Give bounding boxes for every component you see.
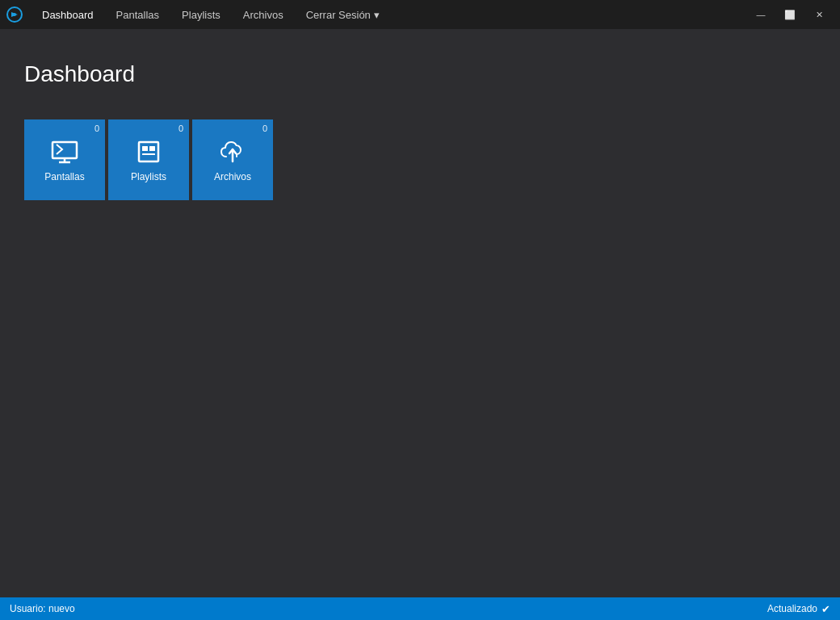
svg-rect-2 xyxy=(52,142,77,158)
dashboard-tiles: 0 Pantallas 0 Playlists 0 xyxy=(24,119,816,200)
updated-text: Actualizado xyxy=(767,603,817,614)
nav-archivos[interactable]: Archivos xyxy=(232,0,295,29)
svg-rect-7 xyxy=(149,146,155,151)
restore-button[interactable]: ⬜ xyxy=(775,0,804,29)
statusbar: Usuario: nuevo Actualizado ✔ xyxy=(0,597,840,620)
cloud-upload-icon xyxy=(218,137,247,166)
pantallas-count: 0 xyxy=(94,124,99,133)
svg-rect-6 xyxy=(142,146,148,151)
main-content: Dashboard 0 Pantallas 0 Playlists xyxy=(0,29,840,597)
page-title: Dashboard xyxy=(24,61,816,87)
app-logo xyxy=(6,6,23,23)
check-icon: ✔ xyxy=(821,603,830,615)
archivos-label: Archivos xyxy=(214,171,251,182)
nav-pantallas[interactable]: Pantallas xyxy=(105,0,170,29)
nav-cerrar-sesion[interactable]: Cerrar Sesión ▾ xyxy=(295,0,391,29)
playlists-count: 0 xyxy=(178,124,183,133)
nav-playlists[interactable]: Playlists xyxy=(170,0,232,29)
main-nav: Dashboard Pantallas Playlists Archivos C… xyxy=(31,0,746,29)
tile-playlists[interactable]: 0 Playlists xyxy=(108,119,189,200)
update-status: Actualizado ✔ xyxy=(767,603,830,615)
chevron-down-icon: ▾ xyxy=(374,9,380,21)
window-controls: — ⬜ ✕ xyxy=(746,0,834,29)
minimize-button[interactable]: — xyxy=(746,0,775,29)
archivos-count: 0 xyxy=(262,124,267,133)
titlebar: Dashboard Pantallas Playlists Archivos C… xyxy=(0,0,840,29)
svg-rect-8 xyxy=(142,153,155,155)
svg-rect-5 xyxy=(139,142,158,161)
user-status: Usuario: nuevo xyxy=(10,603,75,614)
pantallas-label: Pantallas xyxy=(44,171,84,182)
playlists-label: Playlists xyxy=(131,171,166,182)
screen-icon xyxy=(50,137,79,166)
playlist-icon xyxy=(134,137,163,166)
close-button[interactable]: ✕ xyxy=(804,0,834,29)
tile-archivos[interactable]: 0 Archivos xyxy=(192,119,273,200)
svg-point-1 xyxy=(13,13,16,16)
tile-pantallas[interactable]: 0 Pantallas xyxy=(24,119,105,200)
nav-dashboard[interactable]: Dashboard xyxy=(31,0,105,29)
